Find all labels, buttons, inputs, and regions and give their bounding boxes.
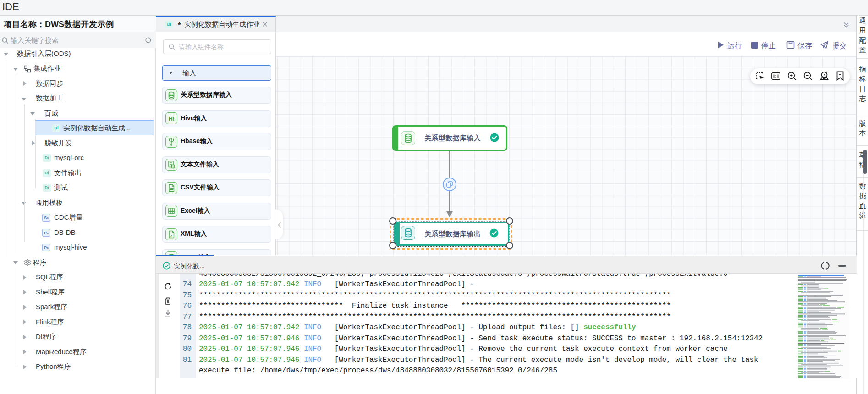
svg-text:Hi: Hi	[169, 115, 175, 122]
svg-text:CSV: CSV	[170, 188, 173, 190]
svg-text:x: x	[170, 233, 172, 237]
